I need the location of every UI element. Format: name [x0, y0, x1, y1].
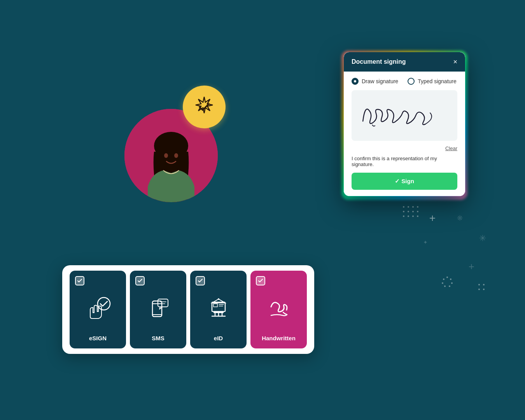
svg-rect-21 — [214, 304, 217, 307]
confirm-text: I confirm this is a representation of my… — [352, 156, 457, 167]
handwritten-checkbox[interactable] — [256, 276, 265, 285]
close-button[interactable]: × — [453, 58, 457, 65]
handwritten-label: Handwritten — [262, 335, 296, 341]
plus-decoration-1: + — [429, 212, 436, 224]
eid-icon-area — [205, 271, 232, 335]
document-signing-modal: Document signing × Draw signature Typed … — [343, 51, 466, 197]
handwritten-icon-area — [265, 271, 292, 335]
eid-label: eID — [214, 335, 223, 341]
svg-point-12 — [174, 153, 178, 158]
sms-icon-area — [145, 271, 172, 335]
plus-decoration-2: + — [469, 261, 474, 273]
handwritten-card[interactable]: Handwritten — [250, 271, 307, 348]
signature-canvas[interactable] — [352, 90, 457, 141]
eid-card[interactable]: eID — [190, 271, 247, 348]
clear-link-container: Clear — [352, 145, 457, 152]
sms-label: SMS — [152, 335, 164, 341]
sms-card[interactable]: SMS — [130, 271, 186, 348]
typed-signature-radio[interactable] — [408, 78, 415, 85]
svg-point-4 — [444, 285, 446, 287]
dot-grid-1 — [403, 206, 420, 219]
radio-group: Draw signature Typed signature — [352, 78, 457, 85]
snowflake-decoration-2: ✳ — [479, 233, 486, 243]
svg-point-13 — [98, 298, 110, 310]
svg-rect-17 — [158, 299, 168, 307]
esign-label: eSIGN — [89, 335, 107, 341]
snowflake-decoration-1: ❋ — [457, 214, 463, 222]
sms-checkbox[interactable] — [135, 276, 145, 285]
modal-header: Document signing × — [344, 52, 465, 72]
esign-checkbox[interactable] — [75, 276, 84, 285]
svg-point-2 — [451, 282, 453, 284]
modal-inner: Document signing × Draw signature Typed … — [344, 52, 465, 196]
draw-signature-label: Draw signature — [362, 78, 398, 84]
dot-ring-1 — [441, 276, 453, 289]
modal-title: Document signing — [352, 58, 406, 65]
esign-card[interactable]: eSIGN — [70, 271, 126, 348]
cross-decoration-2: ✦ — [423, 239, 428, 245]
svg-point-3 — [449, 285, 450, 287]
esign-icon-area — [84, 271, 112, 335]
typed-signature-label: Typed signature — [418, 78, 457, 84]
svg-point-11 — [164, 153, 168, 158]
avatar-section — [117, 78, 233, 202]
svg-point-1 — [450, 278, 452, 280]
svg-point-30 — [218, 298, 219, 300]
svg-point-0 — [446, 276, 448, 278]
draw-signature-option[interactable]: Draw signature — [352, 78, 398, 85]
modal-body: Draw signature Typed signature — [344, 72, 465, 196]
draw-signature-radio[interactable] — [352, 78, 359, 85]
eid-checkbox[interactable] — [196, 276, 205, 285]
svg-point-6 — [443, 278, 444, 280]
dot-grid-2 — [478, 284, 486, 292]
svg-point-5 — [442, 282, 443, 284]
sign-button[interactable]: ✓ Sign — [352, 173, 457, 190]
typed-signature-option[interactable]: Typed signature — [408, 78, 457, 85]
badge-circle — [183, 86, 226, 128]
clear-button[interactable]: Clear — [445, 145, 457, 151]
signature-cards-container: eSIGN SMS — [62, 265, 314, 354]
